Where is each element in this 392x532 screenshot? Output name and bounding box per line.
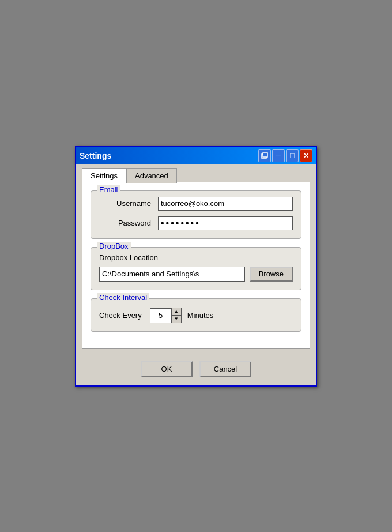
- dropbox-location-row: Browse: [99, 267, 293, 282]
- dropbox-location-input[interactable]: [99, 267, 245, 282]
- close-button[interactable]: ✕: [300, 149, 312, 162]
- settings-window: Settings ─ □ ✕ Settings: [75, 146, 317, 387]
- dropbox-location-label: Dropbox Location: [99, 253, 293, 262]
- window-controls: ─ □ ✕: [258, 149, 312, 162]
- tab-bar: Settings Advanced: [82, 168, 310, 182]
- title-bar: Settings ─ □ ✕: [76, 147, 316, 164]
- window-title: Settings: [80, 151, 111, 160]
- browse-button[interactable]: Browse: [250, 267, 293, 282]
- check-every-spinner: ▲ ▼: [150, 308, 182, 323]
- close-icon: ✕: [303, 152, 309, 160]
- tab-advanced[interactable]: Advanced: [126, 168, 177, 183]
- username-input[interactable]: [158, 197, 293, 211]
- spinner-down-button[interactable]: ▼: [172, 316, 181, 323]
- tab-settings[interactable]: Settings: [82, 168, 126, 183]
- ok-button[interactable]: OK: [141, 361, 193, 377]
- check-interval-section: Check Interval Check Every ▲ ▼ Minutes: [91, 298, 301, 332]
- dropbox-section-title: DropBox: [97, 242, 131, 250]
- minimize-button[interactable]: ─: [272, 149, 285, 162]
- check-interval-row: Check Every ▲ ▼ Minutes: [99, 308, 293, 323]
- username-row: Username: [99, 197, 293, 211]
- dropbox-section: DropBox Dropbox Location Browse: [91, 247, 301, 290]
- spinner-up-button[interactable]: ▲: [172, 308, 181, 316]
- username-label: Username: [99, 199, 151, 208]
- minimize-icon: ─: [276, 151, 281, 161]
- spinner-input[interactable]: [150, 310, 171, 321]
- email-section: Email Username Password: [91, 190, 301, 239]
- svg-rect-1: [263, 153, 267, 157]
- spinner-buttons: ▲ ▼: [171, 308, 181, 323]
- minutes-label: Minutes: [187, 311, 214, 320]
- tab-content: Email Username Password DropBox Dropbox …: [82, 182, 310, 349]
- restore-icon: [261, 152, 269, 160]
- restore-button[interactable]: [258, 149, 271, 162]
- check-interval-title: Check Interval: [97, 293, 149, 302]
- password-row: Password: [99, 216, 293, 230]
- email-section-title: Email: [97, 185, 120, 194]
- window-content: Settings Advanced Email Username Passwor…: [76, 164, 316, 355]
- password-label: Password: [99, 219, 151, 227]
- cancel-button[interactable]: Cancel: [199, 361, 251, 377]
- dialog-footer: OK Cancel: [76, 355, 316, 385]
- maximize-icon: □: [290, 152, 295, 159]
- maximize-button[interactable]: □: [286, 149, 299, 162]
- check-every-label: Check Every: [99, 311, 142, 320]
- password-input[interactable]: [158, 216, 293, 230]
